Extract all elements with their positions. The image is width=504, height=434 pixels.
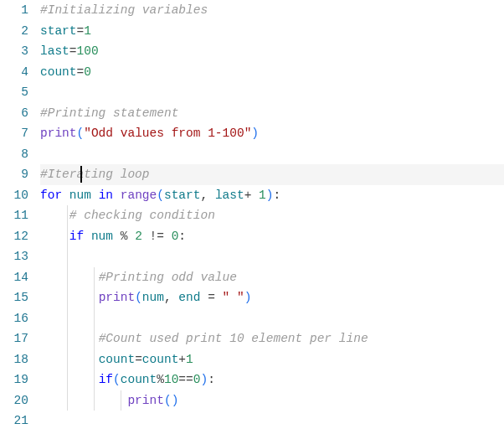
code-line[interactable] — [40, 308, 504, 329]
line-number: 8 — [0, 144, 28, 165]
token-ident: num — [91, 230, 113, 243]
line-number: 15 — [0, 287, 28, 308]
code-line[interactable] — [40, 144, 504, 165]
token-paren: ( — [135, 291, 142, 304]
token-string: " " — [223, 291, 244, 304]
token-op: = — [135, 353, 142, 366]
token-ident: count — [99, 353, 136, 366]
token-space — [91, 189, 99, 202]
code-line[interactable]: if num % 2 != 0: — [40, 226, 504, 247]
line-number: 14 — [0, 267, 28, 288]
token-space — [215, 291, 223, 304]
line-number: 16 — [0, 308, 28, 329]
line-number: 10 — [0, 185, 28, 206]
token-num: 1 — [186, 353, 193, 366]
code-line[interactable]: #Iterating loop — [40, 164, 504, 185]
code-line[interactable]: start=1 — [40, 21, 504, 42]
token-ident: start — [40, 24, 77, 38]
code-line[interactable]: #Printing statement — [40, 103, 504, 124]
token-paren: ) — [200, 373, 208, 386]
token-plain: : — [178, 230, 186, 243]
token-paren: ) — [244, 291, 252, 304]
token-paren: ( — [113, 373, 121, 386]
token-num: 10 — [164, 373, 178, 386]
indent-guide — [121, 390, 121, 411]
token-num: 0 — [84, 65, 91, 79]
line-number: 9 — [0, 164, 28, 185]
token-op: = — [77, 65, 85, 79]
line-number: 6 — [0, 103, 28, 124]
code-line[interactable] — [40, 82, 504, 103]
line-number: 19 — [0, 369, 28, 390]
line-number: 18 — [0, 349, 28, 370]
token-func: print — [127, 394, 164, 407]
token-op: = — [208, 291, 215, 304]
token-ident: count — [40, 65, 77, 79]
indent-guide — [67, 226, 68, 247]
token-op: % — [157, 373, 164, 386]
token-comment: # checking condition — [69, 209, 215, 222]
token-plain: : — [208, 373, 215, 386]
token-comment: #Count used print 10 element per line — [99, 332, 368, 345]
token-space — [251, 189, 259, 202]
code-line[interactable] — [40, 246, 504, 267]
code-line[interactable]: if(count%10==0): — [40, 369, 504, 390]
token-space — [164, 230, 172, 243]
code-line[interactable]: print(num, end = " ") — [40, 287, 504, 308]
indent-guide — [94, 308, 95, 329]
token-space — [62, 189, 69, 202]
token-space — [113, 189, 121, 202]
code-line[interactable]: count=0 — [40, 62, 504, 83]
token-op: = — [77, 24, 85, 38]
code-line[interactable] — [40, 411, 504, 431]
indent-guide — [67, 267, 68, 288]
indent-guide — [94, 349, 95, 370]
code-line[interactable]: #Initializing variables — [40, 0, 504, 21]
code-line[interactable]: print("Odd values from 1-100") — [40, 123, 504, 144]
token-paren: ) — [266, 189, 274, 202]
code-line[interactable]: for num in range(start, last+ 1): — [40, 185, 504, 206]
token-space — [84, 230, 91, 243]
code-line[interactable]: last=100 — [40, 41, 504, 62]
line-number: 20 — [0, 390, 28, 411]
line-number: 11 — [0, 205, 28, 226]
token-kw: for — [40, 189, 62, 202]
token-op: = — [69, 44, 77, 58]
indent-guide — [67, 390, 68, 411]
token-space — [142, 230, 150, 243]
text-caret — [80, 166, 82, 183]
indent-guide — [94, 328, 95, 349]
token-paren: ( — [157, 189, 164, 202]
indent-guide — [94, 287, 95, 308]
code-area[interactable]: #Initializing variablesstart=1last=100co… — [40, 0, 504, 434]
token-comment: #Printing statement — [40, 106, 178, 120]
indent-guide — [94, 267, 95, 288]
token-ident: count — [142, 353, 179, 366]
line-number: 1 — [0, 0, 28, 21]
line-number: 3 — [0, 41, 28, 62]
line-number: 21 — [0, 411, 28, 431]
token-ident: last — [215, 189, 244, 202]
token-op: + — [178, 353, 186, 366]
line-number: 12 — [0, 226, 28, 247]
token-space — [200, 291, 208, 304]
token-string: "Odd values from 1-100" — [84, 127, 251, 140]
code-line[interactable]: print() — [40, 390, 504, 411]
line-number: 2 — [0, 21, 28, 42]
token-num: 100 — [77, 44, 99, 58]
token-ident: last — [40, 44, 69, 58]
code-line[interactable]: #Printing odd value — [40, 267, 504, 288]
code-line[interactable]: count=count+1 — [40, 349, 504, 370]
token-comment: #Iterating loop — [40, 168, 150, 181]
token-ident: num — [142, 291, 164, 304]
code-editor[interactable]: 123456789101112131415161718192021 #Initi… — [0, 0, 504, 434]
token-num: 2 — [135, 230, 142, 243]
line-number: 4 — [0, 62, 28, 83]
line-number: 7 — [0, 123, 28, 144]
token-kw: in — [99, 189, 113, 202]
code-line[interactable]: #Count used print 10 element per line — [40, 328, 504, 349]
token-op: == — [178, 373, 193, 386]
token-paren: ) — [251, 127, 259, 140]
token-plain: , — [164, 291, 178, 304]
code-line[interactable]: # checking condition — [40, 205, 504, 226]
